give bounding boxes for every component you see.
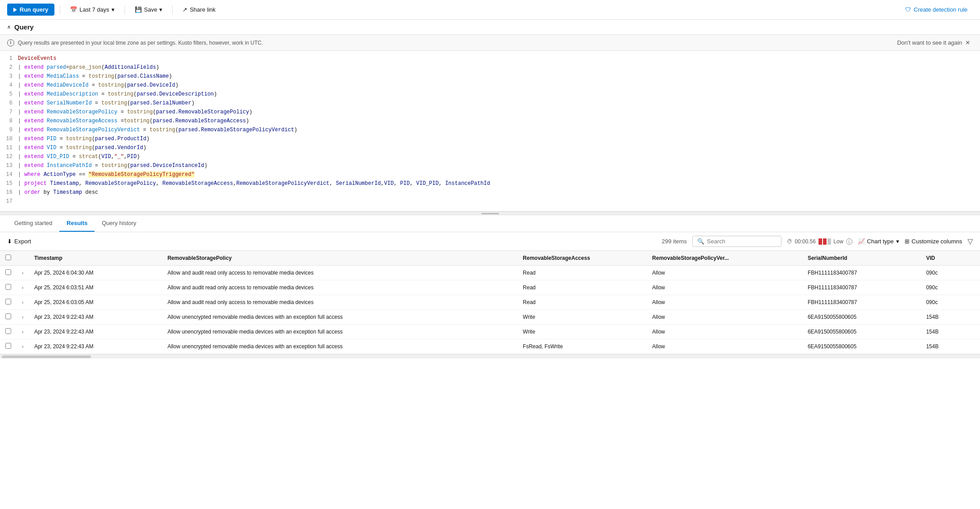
cell-verdict: Allow xyxy=(647,295,802,310)
run-query-button[interactable]: Run query xyxy=(7,4,54,16)
results-table: Timestamp RemovableStoragePolicy Removab… xyxy=(0,251,980,354)
table-row: › Apr 23, 2024 9:22:43 AM Allow unencryp… xyxy=(0,325,980,339)
line-num-6: 6 xyxy=(4,99,18,108)
code-line-2: 2 | extend parsed=parse_json(AdditionalF… xyxy=(0,63,980,72)
code-content-3: | extend MediaClass = tostring(parsed.Cl… xyxy=(18,72,172,81)
code-line-16: 16 | order by Timestamp desc xyxy=(0,188,980,197)
cell-serial: 6EA9150055800605 xyxy=(802,339,921,354)
customize-columns-button[interactable]: ⊞ Customize columns xyxy=(905,238,962,245)
calendar-icon: 📅 xyxy=(70,6,77,13)
cell-policy: Allow and audit read only access to remo… xyxy=(162,266,517,280)
collapse-chevron-icon[interactable]: ∧ xyxy=(7,24,11,30)
create-detection-rule-button[interactable]: 🛡 Create detection rule xyxy=(900,4,973,15)
line-num-8: 8 xyxy=(4,117,18,125)
save-icon: 💾 xyxy=(135,6,142,13)
row-checkbox-cell xyxy=(0,295,17,310)
code-line-13: 13 | extend InstancePathId = tostring(pa… xyxy=(0,162,980,171)
row-expand-button[interactable]: › xyxy=(22,329,24,334)
search-icon: 🔍 xyxy=(697,238,704,245)
chevron-down-icon: ▾ xyxy=(112,6,115,13)
share-label: Share link xyxy=(190,6,215,13)
row-checkbox-2[interactable] xyxy=(5,299,11,305)
tab-query-history[interactable]: Query history xyxy=(95,215,143,232)
row-checkbox-3[interactable] xyxy=(5,313,11,319)
table-row: › Apr 23, 2024 9:22:43 AM Allow unencryp… xyxy=(0,310,980,325)
code-content-10: | extend PID = tostring(parsed.ProductId… xyxy=(18,135,149,143)
row-expand-button[interactable]: › xyxy=(22,344,24,349)
customize-label: Customize columns xyxy=(912,238,962,245)
export-icon: ⬇ xyxy=(7,238,12,245)
col-header-timestamp[interactable]: Timestamp xyxy=(29,251,162,266)
play-icon xyxy=(13,8,17,12)
line-num-1: 1 xyxy=(4,54,18,63)
code-line-3: 3 | extend MediaClass = tostring(parsed.… xyxy=(0,72,980,81)
cell-verdict: Allow xyxy=(647,325,802,339)
cell-vid: 090c xyxy=(921,280,980,295)
select-all-checkbox[interactable] xyxy=(5,254,11,260)
header-expand xyxy=(17,251,29,266)
row-expand-button[interactable]: › xyxy=(22,314,24,320)
chart-chevron-icon: ▾ xyxy=(896,238,899,245)
share-link-button[interactable]: ↗ Share link xyxy=(178,4,220,15)
tab-getting-started[interactable]: Getting started xyxy=(7,215,59,232)
code-line-4: 4 | extend MediaDeviceId = tostring(pars… xyxy=(0,81,980,90)
create-rule-label: Create detection rule xyxy=(914,6,968,13)
info-banner: i Query results are presented in your lo… xyxy=(0,35,980,51)
code-line-5: 5 | extend MediaDescription = tostring(p… xyxy=(0,90,980,99)
col-header-access[interactable]: RemovableStorageAccess xyxy=(517,251,647,266)
h-scrollbar-thumb[interactable] xyxy=(2,355,91,358)
cell-access: Read xyxy=(517,295,647,310)
search-input[interactable] xyxy=(707,238,777,245)
table-row: › Apr 25, 2024 6:04:30 AM Allow and audi… xyxy=(0,266,980,280)
cell-access: FsRead, FsWrite xyxy=(517,339,647,354)
search-box[interactable]: 🔍 xyxy=(692,236,782,247)
row-checkbox-4[interactable] xyxy=(5,328,11,334)
tab-results[interactable]: Results xyxy=(59,215,95,232)
dismiss-banner-button[interactable]: Don't want to see it again ✕ xyxy=(894,38,973,47)
export-button[interactable]: ⬇ Export xyxy=(7,238,31,245)
cell-access: Write xyxy=(517,310,647,325)
row-checkbox-cell xyxy=(0,339,17,354)
cell-timestamp: Apr 25, 2024 6:04:30 AM xyxy=(29,266,162,280)
data-table-container[interactable]: Timestamp RemovableStoragePolicy Removab… xyxy=(0,251,980,506)
code-content-12: | extend VID_PID = strcat(VID,"_",PID) xyxy=(18,153,140,161)
line-num-3: 3 xyxy=(4,72,18,81)
table-row: › Apr 25, 2024 6:03:51 AM Allow and audi… xyxy=(0,280,980,295)
line-num-2: 2 xyxy=(4,63,18,72)
line-num-12: 12 xyxy=(4,153,18,161)
col-header-serial[interactable]: SerialNumberId xyxy=(802,251,921,266)
shield-icon: 🛡 xyxy=(905,6,911,13)
cell-access: Read xyxy=(517,266,647,280)
code-line-1: 1 DeviceEvents xyxy=(0,54,980,63)
header-checkbox-cell xyxy=(0,251,17,266)
line-num-5: 5 xyxy=(4,90,18,99)
time-range-button[interactable]: 📅 Last 7 days ▾ xyxy=(66,4,119,15)
col-header-verdict[interactable]: RemovableStoragePolicyVer... xyxy=(647,251,802,266)
row-expand-button[interactable]: › xyxy=(22,300,24,305)
code-content-15: | project Timestamp, RemovableStoragePol… xyxy=(18,179,490,188)
info-icon: i xyxy=(7,39,14,46)
horizontal-scrollbar[interactable] xyxy=(0,354,980,359)
code-content-8: | extend RemovableStorageAccess =tostrin… xyxy=(18,117,249,125)
row-checkbox-0[interactable] xyxy=(5,269,11,275)
col-header-vid[interactable]: VID xyxy=(921,251,980,266)
panel-resizer[interactable] xyxy=(0,212,980,215)
code-editor[interactable]: 1 DeviceEvents 2 | extend parsed=parse_j… xyxy=(0,51,980,212)
info-circle-icon: i xyxy=(846,238,852,245)
cell-verdict: Allow xyxy=(647,339,802,354)
cell-timestamp: Apr 25, 2024 6:03:05 AM xyxy=(29,295,162,310)
query-section-title: Query xyxy=(14,23,33,31)
save-button[interactable]: 💾 Save ▾ xyxy=(130,4,167,15)
cell-policy: Allow and audit read only access to remo… xyxy=(162,295,517,310)
row-checkbox-5[interactable] xyxy=(5,343,11,349)
row-expand-button[interactable]: › xyxy=(22,285,24,290)
cell-serial: 6EA9150055800605 xyxy=(802,310,921,325)
row-checkbox-1[interactable] xyxy=(5,284,11,290)
row-expand-button[interactable]: › xyxy=(22,270,24,275)
cell-serial: FBH1111183400787 xyxy=(802,295,921,310)
chart-type-button[interactable]: 📈 Chart type ▾ xyxy=(858,238,899,245)
code-line-6: 6 | extend SerialNumberId = tostring(par… xyxy=(0,99,980,108)
col-header-policy[interactable]: RemovableStoragePolicy xyxy=(162,251,517,266)
info-banner-left: i Query results are presented in your lo… xyxy=(7,39,263,46)
code-content-14: | where ActionType == "RemovableStorageP… xyxy=(18,171,194,179)
